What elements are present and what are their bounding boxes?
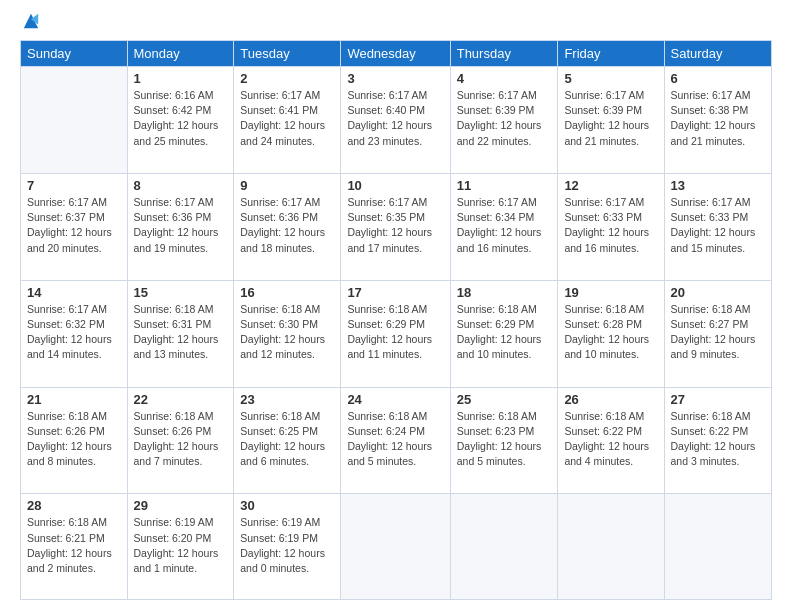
- day-number: 16: [240, 285, 334, 300]
- day-info: Sunrise: 6:18 AM Sunset: 6:23 PM Dayligh…: [457, 409, 552, 470]
- day-number: 17: [347, 285, 443, 300]
- calendar-cell: 4Sunrise: 6:17 AM Sunset: 6:39 PM Daylig…: [450, 67, 558, 174]
- calendar-header-row: SundayMondayTuesdayWednesdayThursdayFrid…: [21, 41, 772, 67]
- calendar-cell: 21Sunrise: 6:18 AM Sunset: 6:26 PM Dayli…: [21, 387, 128, 494]
- day-info: Sunrise: 6:17 AM Sunset: 6:36 PM Dayligh…: [134, 195, 228, 256]
- calendar-cell: 6Sunrise: 6:17 AM Sunset: 6:38 PM Daylig…: [664, 67, 772, 174]
- day-info: Sunrise: 6:18 AM Sunset: 6:22 PM Dayligh…: [671, 409, 766, 470]
- day-number: 3: [347, 71, 443, 86]
- day-info: Sunrise: 6:17 AM Sunset: 6:37 PM Dayligh…: [27, 195, 121, 256]
- logo-icon: [22, 12, 40, 30]
- day-number: 23: [240, 392, 334, 407]
- day-number: 21: [27, 392, 121, 407]
- day-number: 6: [671, 71, 766, 86]
- day-number: 13: [671, 178, 766, 193]
- day-number: 8: [134, 178, 228, 193]
- calendar-cell: 20Sunrise: 6:18 AM Sunset: 6:27 PM Dayli…: [664, 280, 772, 387]
- day-info: Sunrise: 6:17 AM Sunset: 6:35 PM Dayligh…: [347, 195, 443, 256]
- day-number: 12: [564, 178, 657, 193]
- day-info: Sunrise: 6:18 AM Sunset: 6:27 PM Dayligh…: [671, 302, 766, 363]
- calendar-week-row: 7Sunrise: 6:17 AM Sunset: 6:37 PM Daylig…: [21, 173, 772, 280]
- calendar-cell: 10Sunrise: 6:17 AM Sunset: 6:35 PM Dayli…: [341, 173, 450, 280]
- day-info: Sunrise: 6:17 AM Sunset: 6:41 PM Dayligh…: [240, 88, 334, 149]
- page: SundayMondayTuesdayWednesdayThursdayFrid…: [0, 0, 792, 612]
- calendar-cell: 1Sunrise: 6:16 AM Sunset: 6:42 PM Daylig…: [127, 67, 234, 174]
- calendar-cell: 25Sunrise: 6:18 AM Sunset: 6:23 PM Dayli…: [450, 387, 558, 494]
- weekday-header: Tuesday: [234, 41, 341, 67]
- day-info: Sunrise: 6:16 AM Sunset: 6:42 PM Dayligh…: [134, 88, 228, 149]
- day-number: 15: [134, 285, 228, 300]
- calendar-cell: 26Sunrise: 6:18 AM Sunset: 6:22 PM Dayli…: [558, 387, 664, 494]
- day-number: 18: [457, 285, 552, 300]
- calendar-week-row: 21Sunrise: 6:18 AM Sunset: 6:26 PM Dayli…: [21, 387, 772, 494]
- weekday-header: Sunday: [21, 41, 128, 67]
- calendar-cell: 30Sunrise: 6:19 AM Sunset: 6:19 PM Dayli…: [234, 494, 341, 600]
- calendar-cell: 29Sunrise: 6:19 AM Sunset: 6:20 PM Dayli…: [127, 494, 234, 600]
- calendar-cell: [21, 67, 128, 174]
- calendar-cell: 17Sunrise: 6:18 AM Sunset: 6:29 PM Dayli…: [341, 280, 450, 387]
- day-info: Sunrise: 6:18 AM Sunset: 6:24 PM Dayligh…: [347, 409, 443, 470]
- day-info: Sunrise: 6:17 AM Sunset: 6:40 PM Dayligh…: [347, 88, 443, 149]
- day-number: 20: [671, 285, 766, 300]
- calendar-cell: 28Sunrise: 6:18 AM Sunset: 6:21 PM Dayli…: [21, 494, 128, 600]
- calendar-cell: 5Sunrise: 6:17 AM Sunset: 6:39 PM Daylig…: [558, 67, 664, 174]
- day-number: 26: [564, 392, 657, 407]
- day-info: Sunrise: 6:17 AM Sunset: 6:39 PM Dayligh…: [457, 88, 552, 149]
- day-info: Sunrise: 6:17 AM Sunset: 6:33 PM Dayligh…: [671, 195, 766, 256]
- day-info: Sunrise: 6:18 AM Sunset: 6:28 PM Dayligh…: [564, 302, 657, 363]
- day-number: 28: [27, 498, 121, 513]
- calendar-cell: 16Sunrise: 6:18 AM Sunset: 6:30 PM Dayli…: [234, 280, 341, 387]
- calendar-week-row: 28Sunrise: 6:18 AM Sunset: 6:21 PM Dayli…: [21, 494, 772, 600]
- weekday-header: Thursday: [450, 41, 558, 67]
- weekday-header: Monday: [127, 41, 234, 67]
- calendar-cell: 15Sunrise: 6:18 AM Sunset: 6:31 PM Dayli…: [127, 280, 234, 387]
- calendar-cell: [558, 494, 664, 600]
- calendar-cell: 12Sunrise: 6:17 AM Sunset: 6:33 PM Dayli…: [558, 173, 664, 280]
- day-number: 29: [134, 498, 228, 513]
- calendar-cell: [664, 494, 772, 600]
- calendar-cell: 13Sunrise: 6:17 AM Sunset: 6:33 PM Dayli…: [664, 173, 772, 280]
- day-number: 27: [671, 392, 766, 407]
- day-info: Sunrise: 6:18 AM Sunset: 6:31 PM Dayligh…: [134, 302, 228, 363]
- weekday-header: Saturday: [664, 41, 772, 67]
- day-number: 19: [564, 285, 657, 300]
- day-info: Sunrise: 6:18 AM Sunset: 6:21 PM Dayligh…: [27, 515, 121, 576]
- day-number: 5: [564, 71, 657, 86]
- header: [20, 16, 772, 30]
- day-number: 9: [240, 178, 334, 193]
- day-info: Sunrise: 6:18 AM Sunset: 6:25 PM Dayligh…: [240, 409, 334, 470]
- day-info: Sunrise: 6:17 AM Sunset: 6:32 PM Dayligh…: [27, 302, 121, 363]
- day-number: 30: [240, 498, 334, 513]
- calendar-cell: 8Sunrise: 6:17 AM Sunset: 6:36 PM Daylig…: [127, 173, 234, 280]
- calendar-cell: 23Sunrise: 6:18 AM Sunset: 6:25 PM Dayli…: [234, 387, 341, 494]
- calendar-cell: 19Sunrise: 6:18 AM Sunset: 6:28 PM Dayli…: [558, 280, 664, 387]
- day-info: Sunrise: 6:17 AM Sunset: 6:38 PM Dayligh…: [671, 88, 766, 149]
- day-info: Sunrise: 6:19 AM Sunset: 6:19 PM Dayligh…: [240, 515, 334, 576]
- day-number: 25: [457, 392, 552, 407]
- calendar-cell: 2Sunrise: 6:17 AM Sunset: 6:41 PM Daylig…: [234, 67, 341, 174]
- day-number: 11: [457, 178, 552, 193]
- calendar-cell: 27Sunrise: 6:18 AM Sunset: 6:22 PM Dayli…: [664, 387, 772, 494]
- day-number: 14: [27, 285, 121, 300]
- day-number: 1: [134, 71, 228, 86]
- calendar-cell: 24Sunrise: 6:18 AM Sunset: 6:24 PM Dayli…: [341, 387, 450, 494]
- day-info: Sunrise: 6:18 AM Sunset: 6:29 PM Dayligh…: [347, 302, 443, 363]
- logo: [20, 20, 40, 30]
- day-info: Sunrise: 6:18 AM Sunset: 6:22 PM Dayligh…: [564, 409, 657, 470]
- calendar-cell: [450, 494, 558, 600]
- day-info: Sunrise: 6:18 AM Sunset: 6:26 PM Dayligh…: [134, 409, 228, 470]
- day-number: 4: [457, 71, 552, 86]
- day-info: Sunrise: 6:17 AM Sunset: 6:33 PM Dayligh…: [564, 195, 657, 256]
- day-info: Sunrise: 6:17 AM Sunset: 6:34 PM Dayligh…: [457, 195, 552, 256]
- day-info: Sunrise: 6:18 AM Sunset: 6:26 PM Dayligh…: [27, 409, 121, 470]
- calendar-cell: 9Sunrise: 6:17 AM Sunset: 6:36 PM Daylig…: [234, 173, 341, 280]
- day-info: Sunrise: 6:17 AM Sunset: 6:36 PM Dayligh…: [240, 195, 334, 256]
- calendar-cell: [341, 494, 450, 600]
- calendar-cell: 14Sunrise: 6:17 AM Sunset: 6:32 PM Dayli…: [21, 280, 128, 387]
- day-info: Sunrise: 6:18 AM Sunset: 6:29 PM Dayligh…: [457, 302, 552, 363]
- calendar-table: SundayMondayTuesdayWednesdayThursdayFrid…: [20, 40, 772, 600]
- calendar-cell: 11Sunrise: 6:17 AM Sunset: 6:34 PM Dayli…: [450, 173, 558, 280]
- day-number: 22: [134, 392, 228, 407]
- calendar-cell: 22Sunrise: 6:18 AM Sunset: 6:26 PM Dayli…: [127, 387, 234, 494]
- calendar-cell: 7Sunrise: 6:17 AM Sunset: 6:37 PM Daylig…: [21, 173, 128, 280]
